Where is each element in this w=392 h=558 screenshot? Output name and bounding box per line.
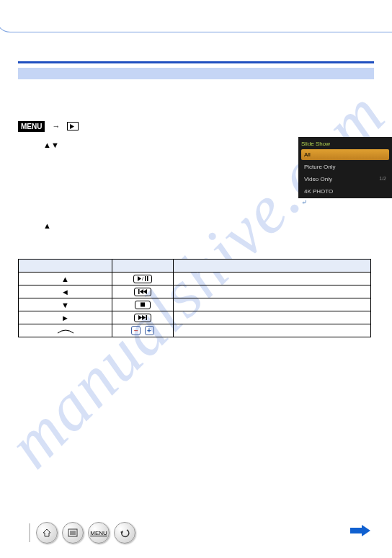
home-icon	[42, 528, 52, 538]
lcd-item-selected: All	[301, 149, 389, 160]
menu-badge: MENU	[18, 121, 45, 132]
table-row: ►	[19, 311, 371, 324]
svg-marker-9	[138, 315, 142, 320]
next-icon	[134, 314, 151, 322]
svg-marker-10	[142, 315, 146, 320]
svg-rect-3	[145, 276, 146, 281]
icon-cell	[112, 311, 174, 324]
volume-down-icon: −	[131, 326, 141, 335]
svg-rect-11	[146, 315, 148, 320]
divider-blue	[18, 61, 374, 63]
table-row: ▼	[19, 298, 371, 311]
desc-cell	[174, 324, 371, 337]
page-corner	[0, 0, 392, 36]
menu-path-row: MENU →	[18, 119, 374, 133]
svg-marker-12	[43, 529, 50, 536]
camera-lcd-preview: Slide Show All Picture Only Video Only1/…	[298, 137, 392, 198]
svg-marker-0	[70, 124, 74, 129]
controls-table: ▲ / ◄	[18, 259, 371, 337]
key-cell: ▼	[19, 298, 112, 311]
play-pause-icon: /	[133, 275, 152, 283]
icon-cell	[112, 285, 174, 298]
arrow-icon: →	[52, 122, 60, 130]
desc-cell	[174, 273, 371, 285]
svg-marker-18	[350, 525, 370, 536]
back-button[interactable]	[114, 522, 135, 544]
back-icon	[120, 528, 130, 538]
icon-cell	[112, 298, 174, 311]
home-button[interactable]	[36, 522, 58, 544]
key-cell: ►	[19, 311, 112, 324]
menu-button[interactable]: MENU	[88, 522, 110, 544]
lcd-item: Picture Only	[301, 161, 389, 172]
table-row: − +	[19, 324, 371, 337]
heading-band	[18, 68, 374, 79]
icon-cell: − +	[112, 324, 174, 337]
key-cell	[19, 324, 112, 337]
svg-marker-6	[140, 289, 143, 294]
svg-marker-1	[138, 276, 141, 281]
key-cell: ◄	[19, 285, 112, 298]
lcd-item: Video Only1/2	[301, 174, 389, 185]
list-icon	[68, 528, 78, 537]
volume-up-icon: +	[145, 326, 154, 335]
key-cell: ▲	[19, 273, 112, 285]
table-header	[112, 260, 174, 273]
svg-rect-8	[141, 303, 145, 307]
stop-icon	[135, 301, 151, 309]
step-start-arrow: ▲	[18, 221, 374, 230]
table-header	[19, 260, 112, 273]
lcd-title: Slide Show	[301, 141, 389, 147]
desc-cell	[174, 285, 371, 298]
list-button[interactable]	[62, 522, 84, 544]
dial-icon	[56, 326, 75, 335]
table-row: ▲ /	[19, 273, 371, 285]
footer-nav: MENU	[36, 522, 135, 544]
table-row: ◄	[19, 285, 371, 298]
svg-rect-5	[138, 289, 140, 294]
desc-cell	[174, 298, 371, 311]
icon-cell: /	[112, 273, 174, 285]
table-header	[174, 260, 371, 273]
svg-rect-4	[147, 276, 148, 281]
lcd-item: 4K PHOTO	[301, 186, 389, 197]
desc-cell	[174, 311, 371, 324]
playback-mode-icon	[67, 122, 79, 130]
next-page-arrow[interactable]	[350, 525, 370, 536]
svg-text:/: /	[142, 276, 143, 281]
svg-marker-7	[143, 289, 147, 294]
prev-icon	[134, 288, 151, 296]
